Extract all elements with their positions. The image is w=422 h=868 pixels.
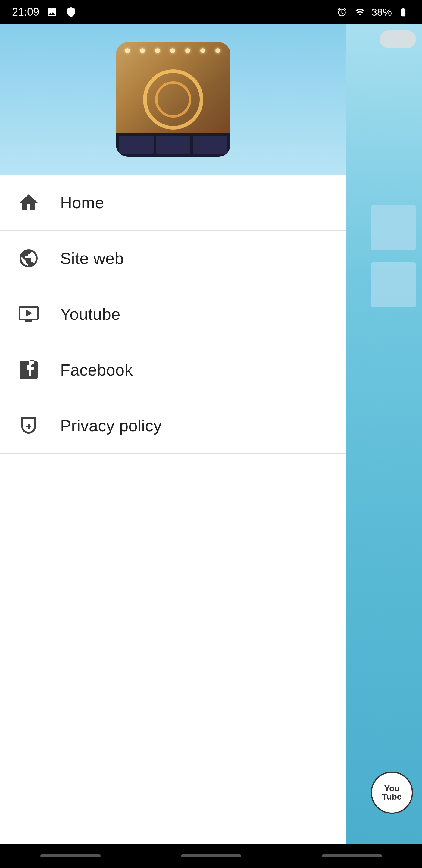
youtube-float-button[interactable]: You Tube	[371, 772, 413, 814]
background-card-1	[371, 205, 416, 250]
youtube-float-you: You	[384, 784, 400, 793]
youtube-label: Youtube	[60, 305, 121, 323]
ceiling-light	[185, 48, 190, 53]
alarm-icon	[335, 5, 349, 19]
menu-item-privacy-policy[interactable]: Privacy policy	[0, 398, 347, 454]
ceiling-light	[200, 48, 205, 53]
ceiling-light	[155, 48, 160, 53]
nav-home-btn[interactable]	[181, 855, 241, 858]
ceiling-circle-outer	[143, 69, 203, 130]
menu-list: Home Site web Youtube	[0, 175, 347, 844]
bottom-navigation-bar	[0, 844, 422, 868]
home-label: Home	[60, 193, 104, 212]
youtube-float-tube: Tube	[382, 793, 402, 801]
background-card-2	[371, 262, 416, 307]
scroll-handle[interactable]	[380, 30, 416, 48]
privacy-policy-label: Privacy policy	[60, 416, 162, 435]
site-web-label: Site web	[60, 249, 124, 268]
time-display: 21:09	[12, 6, 39, 19]
nav-recents-btn[interactable]	[322, 855, 382, 858]
navigation-drawer: Home Site web Youtube	[0, 24, 347, 844]
battery-percent: 38%	[371, 6, 392, 18]
status-left: 21:09	[12, 5, 78, 19]
signal-icon	[353, 5, 366, 19]
ceiling-bottom-rect	[156, 135, 191, 154]
shield-status-icon	[64, 5, 78, 19]
privacy-icon	[15, 412, 42, 439]
nav-back-btn[interactable]	[40, 855, 101, 858]
menu-item-facebook[interactable]: Facebook	[0, 342, 347, 398]
ceiling-illustration	[116, 42, 230, 157]
image-status-icon	[45, 5, 59, 19]
status-bar: 21:09 38%	[0, 0, 422, 24]
ceiling-bottom-rect	[193, 135, 227, 154]
home-icon	[15, 189, 42, 216]
menu-item-youtube[interactable]: Youtube	[0, 286, 347, 342]
ceiling-light	[215, 48, 220, 53]
ceiling-light	[140, 48, 145, 53]
ceiling-circle-inner	[155, 82, 191, 118]
ceiling-light	[170, 48, 175, 53]
menu-item-home[interactable]: Home	[0, 175, 347, 230]
globe-icon	[15, 245, 42, 272]
status-right: 38%	[335, 5, 410, 19]
ceiling-light	[125, 48, 130, 53]
battery-icon	[397, 5, 410, 19]
drawer-header	[0, 24, 347, 175]
facebook-icon	[15, 356, 42, 383]
ceiling-bottom-strip	[116, 133, 230, 157]
youtube-tv-icon	[15, 301, 42, 328]
app-logo	[116, 42, 230, 157]
ceiling-bottom-rect	[119, 135, 154, 154]
menu-item-site-web[interactable]: Site web	[0, 230, 347, 286]
facebook-label: Facebook	[60, 361, 133, 379]
